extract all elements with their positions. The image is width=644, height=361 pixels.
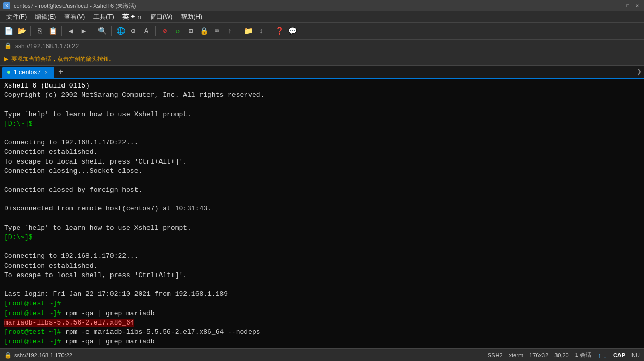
toolbar-lock[interactable]: 🔒: [197, 25, 210, 38]
menu-bar: 文件(F) 编辑(E) 查看(V) 工具(T) 英 ✦ ∩ 窗口(W) 帮助(H…: [0, 11, 644, 23]
toolbar-help-group: ❓ 💬: [273, 25, 299, 38]
toolbar-separator-6: [239, 26, 239, 36]
toolbar-keyboard[interactable]: ⌨: [210, 25, 223, 38]
toolbar-settings[interactable]: ⚙: [127, 25, 140, 38]
address-bar: 🔒 ssh://192.168.1.170:22: [0, 40, 644, 53]
toolbar-connect-group: 🌐 ⚙ A: [114, 25, 153, 38]
tab-scroll-right-icon[interactable]: ❯: [637, 67, 642, 77]
toolbar-font[interactable]: A: [140, 25, 153, 38]
toolbar-open[interactable]: 📂: [15, 25, 28, 38]
term-line: [4, 214, 640, 223]
toolbar-bookmark[interactable]: ↕: [255, 25, 267, 38]
maximize-button[interactable]: □: [624, 2, 631, 9]
window-title: centos7 - root@test:/usr/local - Xshell …: [14, 2, 615, 10]
toolbar-upload[interactable]: ↑: [224, 25, 236, 38]
toolbar-separator-4: [111, 26, 112, 36]
app-icon: X: [3, 2, 10, 9]
term-line: Connection established.: [4, 147, 640, 157]
terminal-container[interactable]: Xshell 6 (Build 0115) Copyright (c) 2002…: [0, 79, 644, 348]
status-address: ssh://192.168.1.170:22: [14, 352, 72, 358]
status-arrow-down-icon[interactable]: ↓: [603, 351, 607, 359]
term-line: Connecting to 192.168.1.170:22...: [4, 138, 640, 147]
toolbar-new-session[interactable]: 📄: [2, 25, 15, 38]
toolbar-connect[interactable]: 🌐: [114, 25, 127, 38]
toolbar-separator-3: [93, 26, 93, 36]
status-protocol: SSH2: [488, 352, 503, 358]
toolbar-file-group: 📄 📂: [2, 25, 28, 38]
status-right: SSH2 xterm 176x32 30,20 1 会话 ↑ ↓ CAP NU: [488, 351, 640, 359]
term-line: [D:\~]$: [4, 119, 640, 129]
tab-close-button[interactable]: ×: [44, 69, 49, 76]
toolbar-folder[interactable]: 📁: [242, 25, 254, 38]
status-num: NU: [631, 352, 640, 358]
status-cap: CAP: [613, 352, 625, 358]
address-text[interactable]: ssh://192.168.1.170:22: [15, 43, 79, 50]
terminal[interactable]: Xshell 6 (Build 0115) Copyright (c) 2002…: [0, 79, 644, 348]
toolbar-forward[interactable]: ▶: [78, 25, 90, 38]
term-line: Last login: Fri Jan 22 17:02:10 2021 fro…: [4, 290, 640, 299]
tab-centos7[interactable]: 1 centos7 ×: [2, 67, 54, 78]
term-line: [4, 280, 640, 290]
toolbar-separator-5: [155, 26, 156, 36]
term-line: Connection established.: [4, 262, 640, 271]
toolbar-paste[interactable]: 📋: [46, 25, 59, 38]
term-line: To escape to local shell, press 'Ctrl+Al…: [4, 157, 640, 167]
toolbar-copy[interactable]: ⎘: [33, 25, 46, 38]
toolbar-search[interactable]: 🔍: [96, 25, 108, 38]
status-left: 🔒 ssh://192.168.1.170:22: [4, 352, 488, 359]
bookmark-bar: ▶ 要添加当前会话，点击左侧的箭头按钮。: [0, 53, 644, 66]
term-line: Connecting to 192.168.1.170:22...: [4, 252, 640, 261]
term-line: [4, 129, 640, 138]
status-arrow-group: ↑ ↓: [598, 351, 607, 359]
title-bar: X centos7 - root@test:/usr/local - Xshel…: [0, 0, 644, 11]
toolbar-nav-group: ◀ ▶: [65, 25, 90, 38]
toolbar-edit-group: ⎘ 📋: [33, 25, 59, 38]
term-line: Copyright (c) 2002 NetSarang Computer, I…: [4, 91, 640, 100]
status-size: 176x32: [529, 352, 548, 358]
toolbar-separator-2: [61, 26, 62, 36]
toolbar-session-group: 📁 ↕: [242, 25, 267, 38]
toolbar-back[interactable]: ◀: [65, 25, 77, 38]
term-line: [root@test ~]#: [4, 299, 640, 308]
menu-help[interactable]: 帮助(H): [177, 11, 206, 22]
status-bar: 🔒 ssh://192.168.1.170:22 SSH2 xterm 176x…: [0, 348, 644, 361]
tab-add-button[interactable]: +: [55, 67, 67, 78]
term-line: Connection closed by foreign host.: [4, 185, 640, 195]
status-lock-icon: 🔒: [4, 352, 12, 359]
toolbar-separator-7: [270, 26, 270, 36]
toolbar-refresh[interactable]: ↺: [171, 25, 184, 38]
term-line: [root@test ~]# rpm -e mariadb-libs-5.5.5…: [4, 328, 640, 337]
toolbar-grid[interactable]: ⊞: [184, 25, 197, 38]
menu-highlight[interactable]: 英 ✦ ∩: [118, 11, 146, 22]
toolbar-stop[interactable]: ⊘: [158, 25, 171, 38]
term-line: [root@test ~]# rpm -qa | grep mariadb: [4, 309, 640, 318]
tab-status-dot: [7, 71, 10, 74]
toolbar: 📄 📂 ⎘ 📋 ◀ ▶ 🔍 🌐 ⚙ A ⊘ ↺ ⊞ 🔒 ⌨ ↑ 📁 ↕ ❓ 💬: [0, 23, 644, 40]
toolbar-help[interactable]: ❓: [273, 25, 286, 38]
toolbar-action-group: ⊘ ↺ ⊞ 🔒 ⌨ ↑: [158, 25, 236, 38]
tab-label: 1 centos7: [14, 69, 41, 76]
term-line: [4, 195, 640, 204]
address-lock-icon: 🔒: [4, 42, 12, 50]
menu-tools[interactable]: 工具(T): [89, 11, 118, 22]
status-term: xterm: [509, 352, 524, 358]
term-line: [4, 176, 640, 185]
menu-file[interactable]: 文件(F): [2, 11, 31, 22]
term-line: To escape to local shell, press 'Ctrl+Al…: [4, 271, 640, 280]
close-button[interactable]: ✕: [634, 2, 641, 9]
term-line: Type `help' to learn how to use Xshell p…: [4, 223, 640, 233]
minimize-button[interactable]: ─: [615, 2, 622, 9]
term-line: Connection closing...Socket close.: [4, 167, 640, 176]
bookmark-arrow-icon: ▶: [4, 56, 8, 63]
menu-edit[interactable]: 编辑(E): [31, 11, 60, 22]
term-line: mariadb-libs-5.5.56-2.el7.x86_64: [4, 318, 640, 328]
term-line: Xshell 6 (Build 0115): [4, 81, 640, 91]
term-line: Type `help' to learn how to use Xshell p…: [4, 110, 640, 119]
tab-bar: 1 centos7 × + ❯: [0, 66, 644, 79]
menu-window[interactable]: 窗口(W): [146, 11, 177, 22]
toolbar-chat[interactable]: 💬: [286, 25, 299, 38]
menu-view[interactable]: 查看(V): [60, 11, 89, 22]
status-arrow-up-icon[interactable]: ↑: [598, 351, 601, 359]
term-line: Disconnected from remote host(centos7) a…: [4, 204, 640, 214]
status-position: 30,20: [554, 352, 569, 358]
